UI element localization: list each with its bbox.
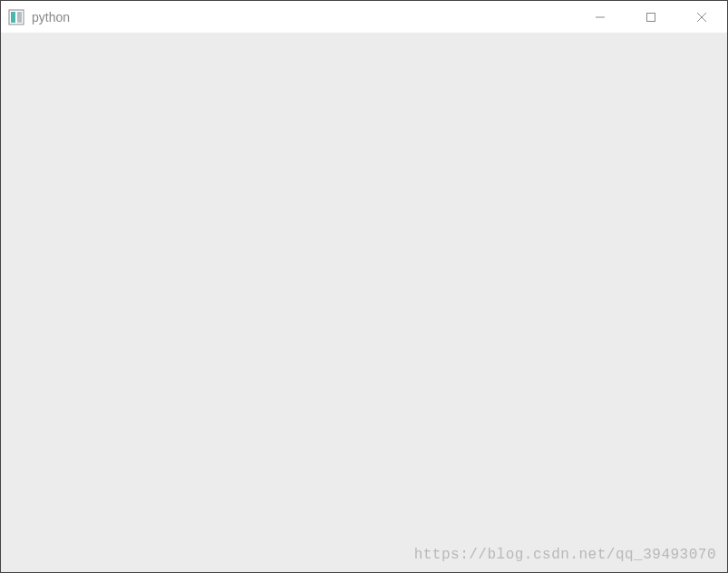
client-area: https://blog.csdn.net/qq_39493070: [1, 33, 727, 572]
app-icon: [8, 9, 24, 25]
titlebar[interactable]: python: [1, 1, 727, 33]
application-window: python https://blog.csdn.net/qq_394: [0, 0, 728, 573]
minimize-icon: [595, 12, 606, 23]
maximize-icon: [645, 12, 656, 23]
svg-rect-1: [11, 12, 15, 23]
close-button[interactable]: [676, 1, 727, 33]
watermark-text: https://blog.csdn.net/qq_39493070: [414, 547, 716, 563]
window-title: python: [32, 10, 70, 24]
minimize-button[interactable]: [575, 1, 626, 33]
svg-rect-2: [17, 12, 22, 23]
svg-rect-4: [647, 13, 655, 21]
close-icon: [696, 12, 707, 23]
maximize-button[interactable]: [626, 1, 676, 33]
window-controls: [575, 1, 727, 33]
